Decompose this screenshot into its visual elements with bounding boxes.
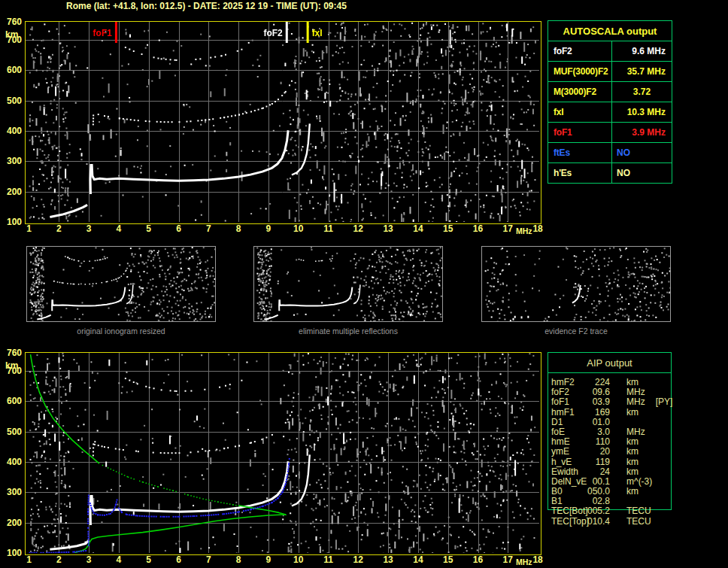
y-tick-label: 300 bbox=[0, 487, 22, 497]
thumbnail-canvas bbox=[254, 247, 442, 321]
bottom-plot-x-axis: 123456789101112131415161718 bbox=[25, 554, 551, 565]
bottom-ionogram-plot bbox=[25, 352, 541, 555]
aip-row: hmF1169km bbox=[551, 408, 687, 418]
y-tick-label: 200 bbox=[0, 187, 22, 197]
bottom-x-axis-unit: MHz bbox=[516, 557, 532, 566]
top-ionogram-canvas bbox=[26, 22, 539, 222]
aip-row: D101.0 bbox=[551, 418, 687, 427]
x-tick-label: 9 bbox=[259, 223, 278, 234]
autoscala-row-value: 10.3 MHz bbox=[611, 102, 672, 122]
table-row: h'Es NO bbox=[548, 163, 672, 184]
x-tick-label: 2 bbox=[49, 223, 68, 234]
y-tick-label: 600 bbox=[0, 65, 22, 75]
marker-label-foF1: foF1 bbox=[93, 28, 112, 38]
autoscala-row-label: foF2 bbox=[548, 46, 611, 56]
aip-row: foF103.9MHz[PY] bbox=[551, 397, 687, 407]
x-tick-label: 14 bbox=[408, 554, 428, 565]
x-tick-label: 6 bbox=[169, 554, 189, 565]
aip-rows: hmF2224km foF209.6MHz foF103.9MHz[PY] hm… bbox=[551, 378, 687, 527]
autoscala-row-label: fxI bbox=[548, 107, 611, 117]
top-plot-x-axis: 123456789101112131415161718 bbox=[25, 223, 551, 234]
table-row: foF2 9.6 MHz bbox=[548, 41, 672, 62]
autoscala-row-label: M(3000)F2 bbox=[548, 87, 611, 97]
aip-row: DelN_vE00.1m^(-3) bbox=[551, 477, 687, 487]
x-tick-label: 7 bbox=[199, 554, 218, 565]
x-tick-label: 17 bbox=[498, 223, 517, 234]
thumbnail-caption: original ionogram resized bbox=[26, 327, 216, 336]
autoscala-panel-title: AUTOSCALA output bbox=[548, 21, 672, 41]
y-tick-label: 700 bbox=[0, 366, 22, 376]
x-tick-label: 13 bbox=[378, 223, 398, 234]
autoscala-row-value: 3.9 MHz bbox=[611, 123, 672, 142]
aip-row: foE3.0MHz bbox=[551, 427, 687, 437]
x-tick-label: 10 bbox=[289, 554, 308, 565]
aip-panel-title: AIP output bbox=[548, 353, 671, 373]
x-tick-label: 6 bbox=[169, 223, 189, 234]
x-tick-label: 12 bbox=[348, 554, 368, 565]
top-ionogram-plot: foF1 foF2 fxI bbox=[25, 21, 541, 224]
x-tick-label: 15 bbox=[438, 223, 458, 234]
aip-row: TEC[Bot]005.2TECU bbox=[551, 506, 687, 516]
aip-row: hmF2224km bbox=[551, 378, 687, 387]
autoscala-output-panel: AUTOSCALA output foF2 9.6 MHz MUF(3000)F… bbox=[548, 20, 672, 184]
x-tick-label: 7 bbox=[199, 223, 218, 234]
x-tick-label: 1 bbox=[20, 554, 39, 565]
thumbnail-evidence-f2 bbox=[481, 246, 671, 322]
x-tick-label: 4 bbox=[109, 554, 129, 565]
autoscala-row-label: ftEs bbox=[548, 147, 611, 158]
table-row: ftEs NO bbox=[548, 143, 672, 163]
x-tick-label: 5 bbox=[139, 223, 159, 234]
x-tick-label: 12 bbox=[348, 223, 368, 234]
thumbnail-caption: evidence F2 trace bbox=[481, 327, 671, 336]
x-tick-label: 16 bbox=[469, 554, 488, 565]
x-tick-label: 17 bbox=[498, 554, 517, 565]
y-tick-label: 400 bbox=[0, 126, 22, 136]
x-tick-label: 10 bbox=[289, 223, 308, 234]
aip-row: ymE20km bbox=[551, 447, 687, 457]
aip-row: h_vE119km bbox=[551, 457, 687, 467]
y-tick-label: 200 bbox=[0, 518, 22, 528]
x-tick-label: 3 bbox=[79, 223, 99, 234]
page-title: Rome (lat: +41.8, lon: 012.5) - DATE: 20… bbox=[66, 1, 347, 11]
thumbnail-eliminate-reflections bbox=[253, 246, 443, 322]
top-x-axis-unit: MHz bbox=[516, 226, 532, 235]
thumbnail-canvas bbox=[482, 247, 670, 321]
autoscala-row-label: MUF(3000)F2 bbox=[548, 66, 611, 77]
x-tick-label: 11 bbox=[319, 554, 338, 565]
x-tick-label: 8 bbox=[229, 223, 248, 234]
table-row: foF1 3.9 MHz bbox=[548, 123, 672, 143]
autoscala-row-value: NO bbox=[611, 143, 672, 163]
autoscala-row-label: foF1 bbox=[548, 127, 611, 138]
top-plot-y-axis: km 760700600500400300200100 bbox=[0, 21, 23, 224]
y-tick-label: 500 bbox=[0, 427, 22, 437]
aip-row: Ewidth24km bbox=[551, 467, 687, 477]
x-tick-label: 9 bbox=[259, 554, 278, 565]
x-tick-label: 15 bbox=[438, 554, 458, 565]
marker-label-foF2: foF2 bbox=[263, 28, 282, 38]
marker-label-fxI: fxI bbox=[312, 28, 323, 38]
x-tick-label: 1 bbox=[20, 223, 39, 234]
y-tick-label: 700 bbox=[0, 35, 22, 45]
bottom-plot-y-axis: km 760700600500400300200100 bbox=[0, 352, 23, 555]
table-row: MUF(3000)F2 35.7 MHz bbox=[548, 62, 672, 82]
y-tick-label: 760 bbox=[0, 348, 22, 358]
aip-row: TEC[Top]010.4TECU bbox=[551, 517, 687, 527]
y-tick-label: 760 bbox=[0, 17, 22, 27]
x-tick-label: 16 bbox=[469, 223, 488, 234]
autoscala-row-value: 9.6 MHz bbox=[611, 41, 672, 61]
x-tick-label: 3 bbox=[79, 554, 99, 565]
y-tick-label: 300 bbox=[0, 156, 22, 166]
y-tick-label: 600 bbox=[0, 396, 22, 406]
autoscala-window: { "title": "Rome (lat: +41.8, lon: 012.5… bbox=[0, 0, 728, 568]
y-tick-label: 500 bbox=[0, 96, 22, 106]
aip-row: hmE110km bbox=[551, 437, 687, 447]
autoscala-row-value: NO bbox=[611, 163, 672, 183]
bottom-ionogram-canvas bbox=[26, 353, 539, 553]
thumbnail-canvas bbox=[27, 247, 215, 321]
x-tick-label: 8 bbox=[229, 554, 248, 565]
y-tick-label: 400 bbox=[0, 457, 22, 467]
autoscala-row-value: 3.72 bbox=[611, 82, 672, 102]
table-row: fxI 10.3 MHz bbox=[548, 102, 672, 123]
thumbnail-original-ionogram bbox=[26, 246, 216, 322]
x-tick-label: 2 bbox=[49, 554, 68, 565]
